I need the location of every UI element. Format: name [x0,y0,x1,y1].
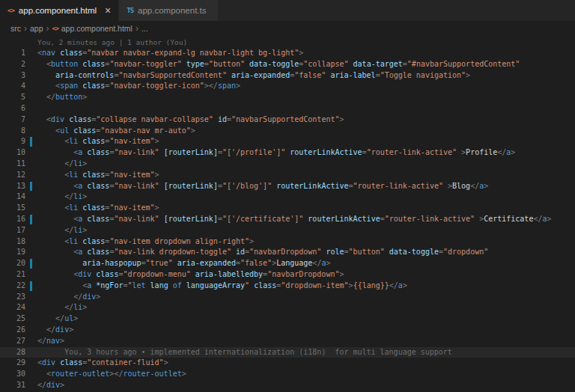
code-line[interactable]: 8 <ul class="navbar-nav mr-auto"> [0,126,575,137]
tab-app-component-ts[interactable]: TS app.component.ts [119,0,218,21]
code-line[interactable]: 24 </li> [0,302,575,313]
code-text: <li class="nav-item"> [37,170,159,181]
breadcrumb-item-more[interactable]: ... [142,24,148,33]
code-line[interactable]: 29<div class="container-fluid"> [0,358,575,369]
html-file-icon: <> [7,7,14,14]
chevron-right-icon: › [46,23,49,34]
line-number: 24 [0,302,25,313]
code-line[interactable]: 4 <span class="navbar-toggler-icon"></sp… [0,81,575,92]
code-text: <a class="nav-link dropdown-toggle" id="… [37,247,488,258]
gutter [25,269,37,281]
close-icon[interactable]: × [105,5,111,16]
code-editor[interactable]: You, 2 minutes ago | 1 author (You) 1<na… [0,36,575,392]
code-text: <span class="navbar-toggler-icon"></span… [37,81,240,92]
code-line[interactable]: 23 </div> [0,292,575,303]
code-text: <a *ngFor="let lang of languageArray" cl… [37,281,407,292]
line-number: 22 [0,281,25,292]
code-text: <router-outlet></router-outlet> [37,369,186,380]
code-line[interactable]: 31</div> [0,380,575,391]
code-line[interactable]: 18 <li class="nav-item dropdown align-ri… [0,236,575,248]
editor-tab-bar: <> app.component.html × TS app.component… [0,0,575,21]
code-text: You, 3 hours ago • implemented internati… [37,347,452,358]
line-number: 9 [0,136,25,147]
gitlens-authors-codelens[interactable]: You, 2 minutes ago | 1 author (You) [0,37,575,48]
code-line[interactable]: 2 <button class="navbar-toggler" type="b… [0,59,575,70]
code-line[interactable]: 11 </li> [0,159,575,170]
line-number: 17 [0,225,25,236]
chevron-right-icon: › [24,23,27,34]
code-line[interactable]: 3 aria-controls="navbarSupportedContent"… [0,70,575,82]
code-line[interactable]: 5 </button> [0,92,575,103]
code-text: </li> [37,159,87,170]
gutter [25,302,37,313]
gutter [25,380,37,391]
code-text: </li> [37,302,87,313]
gutter [25,48,37,59]
line-number: 15 [0,203,25,214]
typescript-file-icon: TS [127,7,133,14]
code-text: <nav class="navbar navbar-expand-lg navb… [37,48,303,59]
code-line[interactable]: 26 </div> [0,325,575,336]
breadcrumb-item-src[interactable]: src [10,24,21,33]
tab-label: app.component.ts [138,6,206,15]
line-number: 3 [0,70,25,82]
code-text: </div> [37,380,64,391]
line-number: 21 [0,269,25,281]
code-line[interactable]: 16 <a class="nav-link" [routerLink]="['/… [0,214,575,225]
code-line[interactable]: 1<nav class="navbar navbar-expand-lg nav… [0,48,575,59]
line-number: 13 [0,181,25,192]
code-line[interactable]: 27</nav> [0,336,575,347]
tab-label: app.component.html [19,6,97,15]
gutter [25,313,37,325]
gutter [25,236,37,248]
breadcrumb-item-app[interactable]: app [30,24,43,33]
git-modified-indicator [25,281,37,292]
code-text: </li> [37,225,87,236]
code-line[interactable]: 10 <a class="nav-link" [routerLink]="['/… [0,147,575,159]
code-line[interactable]: 21 <div class="dropdown-menu" aria-label… [0,269,575,281]
code-line[interactable]: 20 aria-haspopup="true" aria-expanded="f… [0,258,575,269]
code-line[interactable]: 17 </li> [0,225,575,236]
code-line[interactable]: 6 [0,103,575,114]
breadcrumb-item-file[interactable]: app.component.html [61,24,133,33]
code-line[interactable]: 25 </ul> [0,313,575,325]
line-number: 29 [0,358,25,369]
line-number: 26 [0,325,25,336]
code-line[interactable]: 14 </li> [0,192,575,203]
gutter [25,325,37,336]
code-text: </nav> [37,336,64,347]
code-text: </ul> [37,313,78,325]
gutter [25,203,37,214]
line-number: 19 [0,247,25,258]
code-line[interactable]: 22 <a *ngFor="let lang of languageArray"… [0,281,575,292]
line-number: 10 [0,147,25,159]
line-number: 20 [0,258,25,269]
code-line[interactable]: 28 You, 3 hours ago • implemented intern… [0,347,575,358]
code-line[interactable]: 7 <div class="collapse navbar-collapse" … [0,114,575,126]
chevron-right-icon: › [136,23,139,34]
code-line[interactable]: 12 <li class="nav-item"> [0,170,575,181]
code-text: </li> [37,192,87,203]
gutter [25,369,37,380]
line-number: 31 [0,380,25,391]
gutter [25,159,37,170]
line-number: 12 [0,170,25,181]
code-line[interactable]: 19 <a class="nav-link dropdown-toggle" i… [0,247,575,258]
code-line[interactable]: 15 <li class="nav-item"> [0,203,575,214]
code-text: <div class="container-fluid"> [37,358,168,369]
gutter [25,103,37,114]
code-line[interactable]: 13 <a class="nav-link" [routerLink]="['/… [0,181,575,192]
line-number: 7 [0,114,25,126]
code-text: aria-haspopup="true" aria-expanded="fals… [37,258,330,269]
gutter [25,70,37,82]
line-number: 6 [0,103,25,114]
gutter [25,358,37,369]
tab-app-component-html[interactable]: <> app.component.html × [0,0,119,21]
git-modified-indicator [25,136,37,147]
code-text: <div class="collapse navbar-collapse" id… [37,114,344,126]
html-file-icon: <> [52,25,58,32]
code-line[interactable]: 9 <li class="nav-item"> [0,136,575,147]
code-line[interactable]: 30 <router-outlet></router-outlet> [0,369,575,380]
code-text: <li class="nav-item"> [37,136,159,147]
code-text: <li class="nav-item"> [37,203,159,214]
